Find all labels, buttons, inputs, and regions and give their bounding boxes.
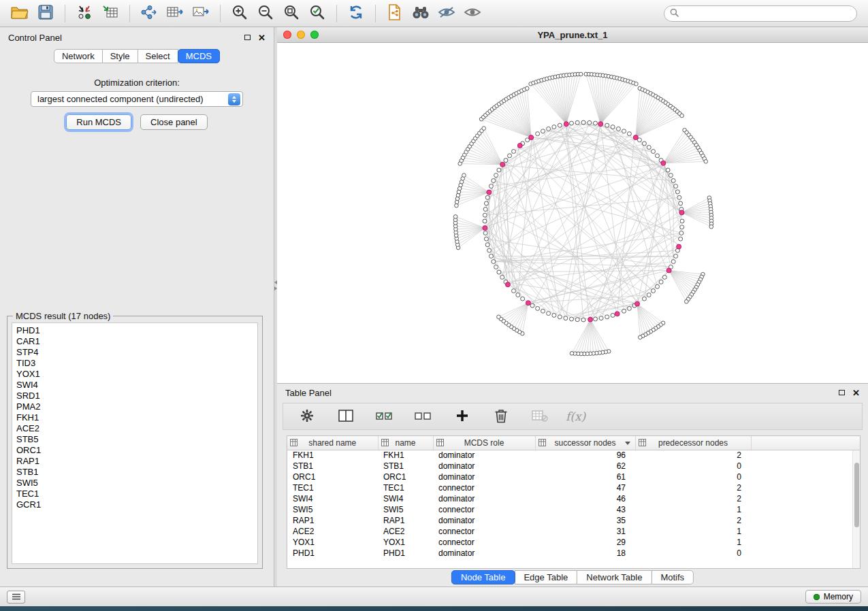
network-node[interactable]: [508, 154, 512, 158]
mcds-result-item[interactable]: SWI5: [16, 478, 257, 489]
network-node[interactable]: [530, 303, 534, 308]
network-document-button[interactable]: [382, 3, 408, 24]
network-node[interactable]: [680, 219, 684, 223]
network-node[interactable]: [642, 142, 646, 146]
mcds-result-item[interactable]: TEC1: [16, 489, 257, 499]
network-node[interactable]: [647, 293, 651, 297]
table-cell[interactable]: 61: [535, 472, 635, 482]
network-node[interactable]: [489, 184, 493, 188]
table-cell[interactable]: 35: [535, 515, 635, 526]
network-node[interactable]: [674, 184, 678, 188]
select-all-rows-button[interactable]: [372, 406, 398, 427]
hide-graphics-button[interactable]: [434, 3, 460, 24]
column-header-mcds-role[interactable]: MCDS role: [433, 436, 535, 450]
network-node[interactable]: [521, 297, 525, 301]
table-cell[interactable]: 0: [635, 461, 751, 472]
dominator-node[interactable]: [598, 122, 603, 127]
network-node[interactable]: [547, 312, 551, 316]
table-cell[interactable]: 43: [535, 504, 635, 515]
network-node[interactable]: [666, 168, 670, 172]
network-node[interactable]: [680, 114, 684, 118]
column-header-shared-name[interactable]: shared name: [287, 436, 378, 450]
network-node[interactable]: [512, 289, 516, 293]
close-panel-icon[interactable]: ✕: [852, 389, 860, 397]
network-node[interactable]: [541, 129, 545, 133]
network-node[interactable]: [669, 174, 673, 178]
network-node[interactable]: [611, 313, 615, 317]
network-node[interactable]: [675, 190, 679, 194]
network-node[interactable]: [656, 284, 660, 288]
zoom-out-button[interactable]: [253, 3, 278, 24]
network-node[interactable]: [536, 132, 540, 136]
table-row[interactable]: SWI5SWI5connector431: [287, 504, 860, 515]
table-cell[interactable]: ACE2: [378, 526, 433, 537]
network-node[interactable]: [552, 125, 556, 129]
network-node[interactable]: [634, 82, 639, 86]
add-column-button[interactable]: [449, 406, 475, 427]
network-node[interactable]: [483, 213, 487, 217]
dominator-node[interactable]: [487, 190, 492, 195]
dominator-node[interactable]: [588, 317, 593, 322]
mcds-result-item[interactable]: PMA2: [16, 401, 257, 412]
network-node[interactable]: [575, 318, 579, 322]
window-maximize-icon[interactable]: [310, 31, 319, 39]
network-node[interactable]: [627, 132, 631, 136]
network-node[interactable]: [558, 315, 562, 319]
table-cell[interactable]: 1: [635, 504, 751, 515]
mcds-result-item[interactable]: RAP1: [16, 456, 257, 467]
zoom-fit-button[interactable]: [278, 3, 304, 24]
network-node[interactable]: [484, 237, 488, 241]
network-node[interactable]: [579, 72, 583, 76]
network-node[interactable]: [642, 297, 646, 301]
export-network-button[interactable]: [136, 3, 162, 24]
network-node[interactable]: [599, 316, 603, 320]
network-node[interactable]: [627, 306, 631, 310]
network-node[interactable]: [487, 248, 492, 252]
network-node[interactable]: [489, 254, 493, 258]
table-cell[interactable]: SWI4: [378, 493, 433, 504]
table-row[interactable]: ORC1ORC1dominator610: [287, 472, 860, 482]
table-cell[interactable]: TEC1: [378, 482, 433, 493]
network-node[interactable]: [616, 127, 620, 131]
import-network-button[interactable]: [71, 3, 97, 24]
network-node[interactable]: [639, 335, 643, 340]
scrollbar-thumb[interactable]: [854, 463, 859, 527]
network-node[interactable]: [497, 168, 501, 172]
table-cell[interactable]: 0: [635, 548, 751, 559]
column-header-predecessor-nodes[interactable]: predecessor nodes: [635, 436, 751, 450]
table-cell[interactable]: dominator: [433, 493, 535, 504]
table-cell[interactable]: STB1: [287, 461, 378, 472]
network-node[interactable]: [570, 317, 574, 321]
window-close-icon[interactable]: [283, 31, 291, 39]
network-node[interactable]: [652, 289, 656, 293]
open-file-button[interactable]: [7, 3, 33, 24]
tab-network-table[interactable]: Network Table: [577, 570, 652, 584]
table-cell[interactable]: PHD1: [287, 548, 378, 559]
tab-motifs[interactable]: Motifs: [651, 570, 694, 584]
table-cell[interactable]: 47: [535, 482, 635, 493]
deselect-all-rows-button[interactable]: [411, 406, 436, 427]
network-node[interactable]: [622, 309, 626, 313]
dominator-node[interactable]: [633, 135, 638, 140]
network-node[interactable]: [659, 280, 663, 284]
table-cell[interactable]: RAP1: [287, 515, 378, 526]
table-cell[interactable]: connector: [433, 537, 535, 548]
table-cell[interactable]: ACE2: [287, 526, 378, 537]
network-node[interactable]: [605, 123, 609, 127]
network-node[interactable]: [611, 125, 615, 129]
float-panel-icon[interactable]: [839, 390, 845, 395]
network-node[interactable]: [685, 299, 689, 303]
dominator-node[interactable]: [529, 135, 534, 140]
network-node[interactable]: [525, 86, 529, 90]
dominator-node[interactable]: [661, 161, 666, 165]
network-node[interactable]: [680, 225, 684, 229]
search-box[interactable]: [664, 5, 857, 22]
column-header-name[interactable]: name: [378, 436, 433, 450]
table-cell[interactable]: PHD1: [378, 548, 433, 559]
network-node[interactable]: [541, 309, 545, 313]
network-node[interactable]: [453, 215, 457, 219]
save-session-button[interactable]: [33, 3, 59, 24]
mcds-result-list[interactable]: PHD1CAR1STP4TID3YOX1SWI4SRD1PMA2FKH1ACE2…: [12, 323, 258, 564]
mcds-result-item[interactable]: YOX1: [16, 369, 257, 380]
delete-column-button[interactable]: [488, 406, 514, 427]
